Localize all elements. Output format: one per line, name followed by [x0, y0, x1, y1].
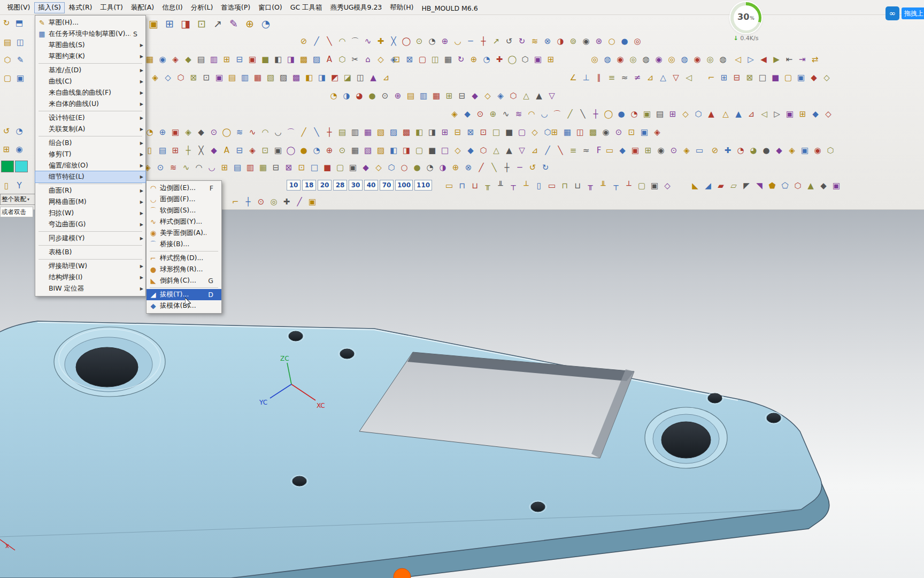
toolbar-icon[interactable]: ◪ [341, 71, 354, 85]
toolbar-icon[interactable]: ◎ [704, 52, 717, 66]
toolbar-icon[interactable]: ◈ [182, 125, 195, 139]
toolbar-icon[interactable]: ▨ [374, 143, 387, 157]
toolbar-icon[interactable]: ◈ [246, 143, 259, 157]
toolbar-icon[interactable]: ◯ [284, 143, 297, 157]
toolbar-icon[interactable]: ◆ [195, 125, 207, 139]
toolbar-icon[interactable]: ▲ [705, 107, 718, 121]
toolbar-icon[interactable]: ◨ [178, 16, 194, 31]
toolbar-icon[interactable]: ⊙ [413, 34, 426, 48]
toolbar-icon[interactable]: ╳ [387, 34, 400, 48]
toolbar-icon[interactable]: ▤ [231, 161, 244, 174]
toolbar-icon[interactable]: ◉ [599, 125, 612, 139]
toolbar-icon[interactable]: ⊡ [390, 52, 403, 66]
toolbar-icon[interactable]: ▷ [744, 52, 757, 66]
toolbar-icon[interactable]: ┼ [182, 143, 195, 157]
toolbar-icon[interactable]: ◠ [259, 125, 272, 139]
toolbar-icon[interactable]: ◥ [753, 179, 766, 193]
menu-item[interactable]: ●球形拐角(R)... [147, 264, 221, 275]
toolbar-icon[interactable]: ⬡ [477, 143, 490, 157]
toolbar-icon[interactable]: ╲ [323, 34, 336, 48]
toolbar-icon[interactable]: ▢ [1, 71, 14, 85]
toolbar-icon[interactable]: ◎ [665, 52, 678, 66]
toolbar-icon[interactable]: ⊟ [451, 125, 464, 139]
toolbar-icon[interactable]: ╱ [564, 107, 576, 121]
toolbar-icon[interactable]: ◔ [327, 89, 340, 103]
toolbar-icon[interactable]: ◯ [220, 125, 233, 139]
toolbar-icon[interactable]: ◔ [734, 143, 747, 157]
size-chip[interactable]: 40 [364, 180, 378, 191]
menu-item[interactable]: ◡面倒圆(F)... [147, 194, 221, 205]
menu-item[interactable]: ◢拔模(T)...D [147, 289, 221, 300]
toolbar-icon[interactable]: ◔ [480, 52, 493, 66]
toolbar-icon[interactable]: ▦ [251, 71, 264, 85]
toolbar-icon[interactable]: ◣ [689, 179, 702, 193]
toolbar-icon[interactable]: ● [618, 34, 631, 48]
toolbar-icon[interactable]: ◀ [757, 52, 770, 66]
toolbar-icon[interactable]: ⌒ [349, 34, 361, 48]
toolbar-icon[interactable]: ▽ [515, 143, 528, 157]
toolbar-icon[interactable]: ◍ [717, 52, 729, 66]
menu-item[interactable]: 结构焊接(I)▶ [35, 272, 145, 283]
toolbar-icon[interactable]: ⊙ [474, 107, 487, 121]
toolbar-icon[interactable]: ▤ [226, 71, 238, 85]
toolbar-icon[interactable]: ⊙ [154, 161, 167, 174]
toolbar-icon[interactable]: ⊿ [644, 71, 657, 85]
toolbar-icon[interactable]: ◎ [267, 195, 280, 209]
menubar-item[interactable]: 帮助(H) [386, 2, 417, 13]
toolbar-icon[interactable]: ⊿ [745, 107, 758, 121]
toolbar-icon[interactable]: ▣ [169, 125, 182, 139]
toolbar-icon[interactable]: ◉ [13, 142, 26, 156]
toolbar-icon[interactable]: ✎ [14, 53, 27, 67]
toolbar-icon[interactable]: ╲ [576, 107, 589, 121]
toolbar-icon[interactable]: △ [719, 107, 732, 121]
menu-item[interactable]: ⌒软倒圆(S)... [147, 205, 221, 216]
toolbar-icon[interactable]: ◉ [156, 52, 169, 66]
toolbar-icon[interactable]: ⊞ [220, 52, 233, 66]
toolbar-icon[interactable]: ╲ [488, 161, 500, 174]
toolbar-icon[interactable]: ◡ [538, 107, 551, 121]
toolbar-icon[interactable]: ⊞ [443, 89, 456, 103]
toolbar-icon[interactable]: ◕ [353, 89, 366, 103]
toolbar-icon[interactable]: ✚ [721, 143, 734, 157]
toolbar-icon[interactable]: ● [297, 143, 310, 157]
toolbar-icon[interactable]: ⊠ [282, 161, 295, 174]
toolbar-icon[interactable]: ⬒ [13, 16, 26, 30]
toolbar-icon[interactable]: ◁ [682, 71, 695, 85]
toolbar-icon[interactable]: ⇤ [783, 52, 796, 66]
toolbar-icon[interactable]: ◆ [817, 179, 830, 193]
toolbar-icon[interactable]: ╱ [310, 34, 323, 48]
menu-item[interactable]: ⌒桥接(B)... [147, 239, 221, 250]
toolbar-icon[interactable]: ⊘ [709, 143, 721, 157]
size-chip[interactable]: 10 [287, 180, 301, 191]
toolbar-icon[interactable]: ■ [769, 71, 782, 85]
menubar-item[interactable]: HB_MOULD M6.6 [418, 3, 481, 13]
toolbar-icon[interactable]: □ [490, 125, 503, 139]
toolbar-icon[interactable]: ▲ [367, 71, 380, 85]
toolbar-icon[interactable]: ○ [605, 34, 618, 48]
toolbar-icon[interactable]: ✚ [374, 34, 387, 48]
toolbar-icon[interactable]: ▯ [0, 179, 13, 193]
menu-item[interactable]: 焊接助理(W)▶ [35, 261, 145, 272]
toolbar-icon[interactable]: ─ [464, 34, 477, 48]
toolbar-icon[interactable]: ⊡ [625, 125, 638, 139]
toolbar-icon[interactable]: ⊕ [467, 52, 480, 66]
toolbar-icon[interactable]: □ [438, 143, 451, 157]
toolbar-icon[interactable]: ≡ [567, 143, 580, 157]
toolbar-icon[interactable]: ◉ [654, 143, 667, 157]
toolbar-icon[interactable]: ▭ [693, 143, 706, 157]
toolbar-icon[interactable]: ● [366, 89, 379, 103]
toolbar-icon[interactable]: ∿ [246, 125, 259, 139]
toolbar-icon[interactable]: ╱ [541, 143, 554, 157]
toolbar-icon[interactable]: ⊛ [592, 34, 605, 48]
toolbar-icon[interactable]: ⊟ [730, 71, 743, 85]
toolbar-icon[interactable]: ▨ [277, 71, 290, 85]
toolbar-icon[interactable]: ◆ [809, 107, 822, 121]
toolbar-icon[interactable]: ╱ [297, 125, 310, 139]
toolbar-icon[interactable]: ◯ [400, 34, 413, 48]
toolbar-icon[interactable]: ╥ [481, 179, 494, 193]
toolbar-icon[interactable]: ╱ [293, 195, 306, 209]
toolbar-icon[interactable]: ⊡ [194, 16, 210, 31]
toolbar-icon[interactable]: ≋ [528, 34, 541, 48]
toolbar-icon[interactable]: ┼ [242, 195, 255, 209]
menubar-item[interactable]: 首选项(P) [217, 2, 254, 13]
